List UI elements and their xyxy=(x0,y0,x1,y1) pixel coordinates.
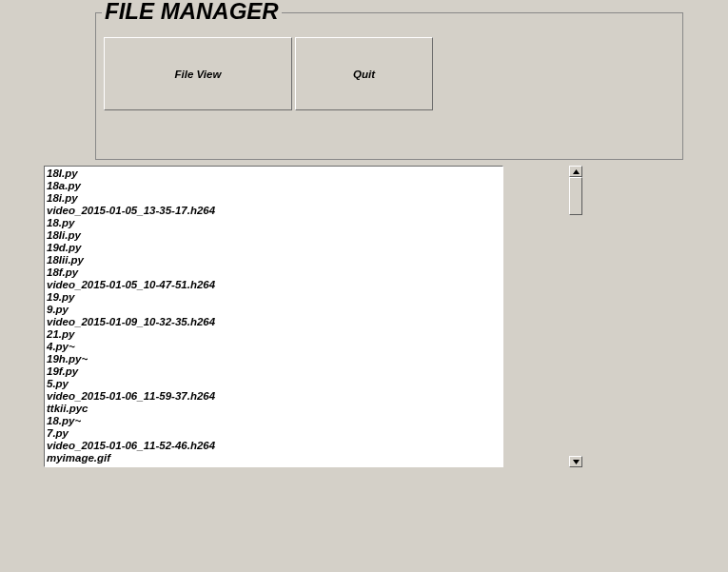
list-item[interactable]: video_2015-01-06_11-52-46.h264 xyxy=(47,440,501,452)
list-item[interactable]: 19f.py xyxy=(47,365,501,378)
list-item[interactable]: 18Ii.py xyxy=(47,229,501,242)
list-item[interactable]: 21.py xyxy=(47,328,501,341)
scrollbar-up-arrow-icon[interactable] xyxy=(569,166,582,177)
scrollbar-down-arrow-icon[interactable] xyxy=(569,456,582,467)
list-item[interactable]: 5.py xyxy=(47,378,501,390)
file-list-scrollbar[interactable] xyxy=(569,166,582,467)
file-manager-frame: FILE MANAGER File View Quit xyxy=(95,12,683,160)
list-item[interactable]: 19.py xyxy=(47,291,501,304)
file-list-area: 18I.py18a.py18i.pyvideo_2015-01-05_13-35… xyxy=(44,166,582,467)
list-item[interactable]: 4.py~ xyxy=(47,341,501,353)
list-item[interactable]: video_2015-01-05_13-35-17.h264 xyxy=(47,205,501,217)
list-item[interactable]: 19d.py xyxy=(47,242,501,254)
list-item[interactable]: ttkii.pyc xyxy=(47,403,501,415)
list-item[interactable]: 18Iii.py xyxy=(47,254,501,266)
list-item[interactable]: 18.py xyxy=(47,217,501,229)
list-item[interactable]: myimage.gif xyxy=(47,452,501,464)
file-view-button[interactable]: File View xyxy=(104,37,292,110)
list-item[interactable]: video_2015-01-05_10-47-51.h264 xyxy=(47,279,501,291)
file-view-button-label: File View xyxy=(175,69,222,80)
list-item[interactable]: 9.py xyxy=(47,304,501,316)
button-row: File View Quit xyxy=(96,13,682,110)
svg-marker-0 xyxy=(573,169,580,174)
file-listbox[interactable]: 18I.py18a.py18i.pyvideo_2015-01-05_13-35… xyxy=(44,166,503,467)
svg-marker-1 xyxy=(573,460,580,464)
list-item[interactable]: video_2015-01-09_10-32-35.h264 xyxy=(47,316,501,328)
list-item[interactable]: 18a.py xyxy=(47,180,501,192)
list-item[interactable]: 18I.py xyxy=(47,168,501,180)
frame-legend: FILE MANAGER xyxy=(102,0,282,25)
list-item[interactable]: 18f.py xyxy=(47,266,501,279)
quit-button-label: Quit xyxy=(353,69,375,80)
scrollbar-thumb[interactable] xyxy=(569,177,582,215)
list-item[interactable]: 18i.py xyxy=(47,192,501,205)
list-item[interactable]: video_2015-01-06_11-59-37.h264 xyxy=(47,390,501,403)
scrollbar-track[interactable] xyxy=(569,177,582,456)
list-item[interactable]: 7.py xyxy=(47,427,501,440)
quit-button[interactable]: Quit xyxy=(295,37,433,110)
list-item[interactable]: 18.py~ xyxy=(47,415,501,427)
list-item[interactable]: 19h.py~ xyxy=(47,353,501,365)
